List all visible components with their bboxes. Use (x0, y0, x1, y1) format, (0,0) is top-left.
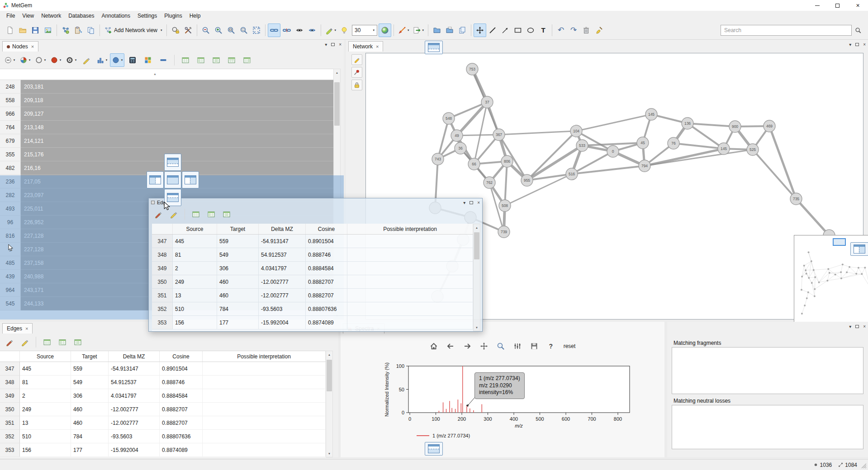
network-node[interactable]: 367 (493, 129, 505, 141)
nodes-table-row[interactable]: 248203,181 (0, 80, 333, 94)
edges-table-row[interactable]: 352510784-93.56030.88807636 (0, 430, 326, 443)
maximize-button[interactable] (827, 0, 848, 11)
neighbors-combo[interactable]: 30▾ (352, 25, 377, 36)
add-network-view-button[interactable]: Add Network view▾ (102, 24, 164, 37)
target-button[interactable]: ▾ (64, 53, 78, 67)
circle-minus-button[interactable]: ▾ (2, 53, 17, 67)
network-node[interactable]: 762 (484, 177, 495, 188)
open-folder-button[interactable] (16, 24, 29, 37)
scroll-up-icon[interactable]: ▲ (334, 69, 340, 76)
network-node[interactable]: 806 (501, 155, 513, 167)
nodes-table-row[interactable]: 764213,148 (0, 121, 333, 134)
edges-table-row[interactable]: 3488154954.9125370.888746 (152, 248, 473, 262)
menu-help[interactable]: Help (186, 11, 204, 20)
network-node[interactable]: 36 (455, 142, 466, 154)
undo-button[interactable]: ↶ (555, 24, 567, 37)
redo-button[interactable]: ↷ (567, 24, 580, 37)
floating-menu-button[interactable]: ▾ (463, 200, 465, 205)
edges-table-row[interactable]: 3488154954.9125370.888746 (0, 376, 326, 389)
network-dock-menu-button[interactable]: ▾ (849, 42, 851, 47)
network-node[interactable]: 548 (443, 113, 455, 124)
line-tool-button[interactable] (486, 24, 499, 37)
resize-grip[interactable] (861, 463, 867, 469)
edges-table-row[interactable]: 347445559-54.9131470.8901504 (0, 362, 326, 376)
edges-table-row[interactable]: 35113460-12.0027770.8882707 (152, 289, 473, 302)
nodes-table-row[interactable]: 966209,127 (0, 107, 333, 121)
edges-table-row[interactable]: 347445559-54.9131470.8901504 (152, 235, 473, 248)
table-view-1-button[interactable] (189, 207, 203, 221)
table-view-3-button[interactable] (71, 335, 85, 349)
copy-pages-button[interactable] (456, 24, 469, 37)
hide-items-button[interactable] (293, 24, 306, 37)
zoom-out-button[interactable] (199, 24, 212, 37)
nodes-dock-menu-button[interactable]: ▾ (325, 42, 327, 47)
search-button[interactable] (852, 24, 864, 37)
circle-outline-button[interactable]: ▾ (33, 53, 47, 67)
edges-column-possible-interpretation[interactable]: Possible interpretation (203, 351, 326, 362)
nodes-table-row[interactable]: 558209,118 (0, 94, 333, 107)
link-nodes-button[interactable] (268, 24, 280, 37)
pin-button[interactable] (351, 67, 362, 78)
floating-float-button[interactable] (470, 201, 473, 204)
floating-edges-table[interactable]: SourceTargetDelta MZCosinePossible inter… (152, 224, 473, 331)
dark-table-button[interactable] (125, 53, 140, 67)
table-view-1-button[interactable] (178, 53, 193, 67)
minimap-viewport[interactable] (833, 238, 846, 246)
edges-column-target[interactable]: Target (71, 351, 109, 362)
scroll-down-icon[interactable]: ▼ (474, 324, 480, 331)
scroll-down-icon[interactable]: ▼ (326, 450, 332, 457)
nodes-tab-close-icon[interactable]: × (31, 44, 34, 49)
tab-nodes[interactable]: Nodes × (2, 41, 38, 52)
pen-yellow-button[interactable] (18, 335, 32, 349)
network-node[interactable]: 145 (718, 143, 730, 155)
text-tool-button[interactable]: T (537, 24, 550, 37)
network-node[interactable]: 900 (729, 121, 741, 132)
network-tab-close-icon[interactable]: × (376, 44, 379, 49)
table-view-2-button[interactable] (204, 207, 218, 221)
tab-edges[interactable]: Edges × (2, 323, 33, 334)
edges-table-row[interactable]: 352510784-93.56030.88807636 (152, 302, 473, 316)
network-node[interactable]: 753 (466, 63, 478, 75)
table-view-5-button[interactable] (240, 53, 254, 67)
edges-table-row[interactable]: 35113460-12.0027770.8882707 (0, 416, 326, 430)
edges-tab-close-icon[interactable]: × (25, 326, 28, 331)
edges-table-row[interactable]: 34923064.03417970.8884584 (0, 389, 326, 403)
color-grid-button[interactable] (141, 53, 155, 67)
edges-corner[interactable] (152, 224, 173, 234)
edges-column-cosine[interactable]: Cosine (160, 351, 203, 362)
dock-guide-center[interactable] (164, 171, 181, 188)
circle-red-button[interactable]: ▾ (48, 53, 63, 67)
network-node[interactable]: 525 (747, 144, 759, 155)
network-node[interactable]: 533 (576, 140, 588, 151)
color-sphere-button[interactable] (379, 24, 391, 37)
network-dock-float-button[interactable] (855, 43, 859, 46)
edges-table-row[interactable]: 350249460-12.0027770.8882707 (0, 403, 326, 416)
edges-column-target[interactable]: Target (217, 224, 259, 234)
pen-yellow-button[interactable] (79, 53, 94, 67)
menu-databases[interactable]: Databases (65, 11, 98, 20)
dock-guide-edge-bottom[interactable] (425, 442, 443, 456)
edges-column-source[interactable]: Source (173, 224, 217, 234)
edges-table[interactable]: SourceTargetDelta MZCosinePossible inter… (0, 351, 326, 457)
network-node[interactable]: 76 (668, 137, 679, 149)
dock-guide-right[interactable] (182, 171, 199, 188)
floating-dock-titlebar[interactable]: Edges ▾ × (149, 198, 482, 207)
table-view-2-button[interactable] (194, 53, 208, 67)
network-node[interactable]: 49 (451, 130, 463, 141)
network-node[interactable]: 37 (481, 96, 493, 108)
tab-network[interactable]: Network × (348, 41, 383, 52)
move-tool-button[interactable] (474, 24, 486, 37)
floating-close-button[interactable]: × (477, 200, 480, 205)
table-view-3-button[interactable] (219, 207, 234, 221)
network-node[interactable]: 739 (498, 226, 510, 238)
network-node[interactable]: 743 (432, 153, 444, 165)
network-node[interactable]: 0 (607, 146, 619, 157)
dock-guide-edge-right[interactable] (850, 242, 868, 256)
dock-guide-edge-top[interactable] (425, 41, 443, 54)
matching-fragments-box[interactable] (672, 347, 863, 394)
column-chart-button[interactable]: ▾ (95, 53, 109, 67)
edges-column-delta-mz[interactable]: Delta MZ (109, 351, 160, 362)
zoom-fit-button[interactable] (225, 24, 237, 37)
network-node[interactable]: 735 (790, 193, 802, 205)
rect-tool-button[interactable] (512, 24, 524, 37)
